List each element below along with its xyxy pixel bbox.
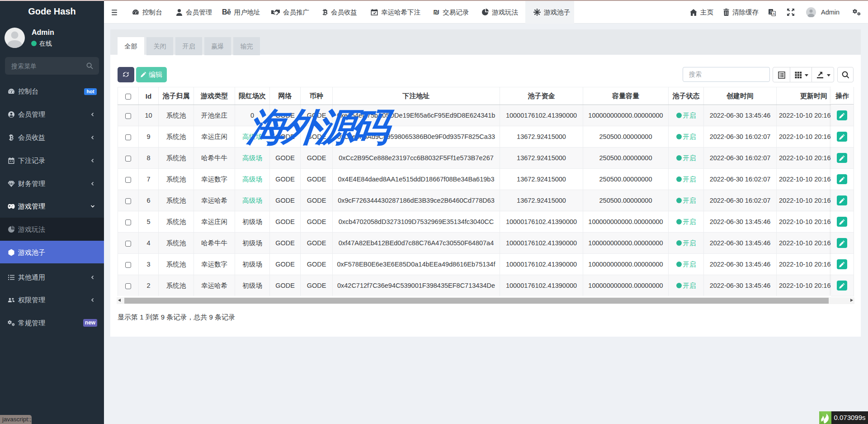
svg-text:A: A <box>773 12 775 16</box>
